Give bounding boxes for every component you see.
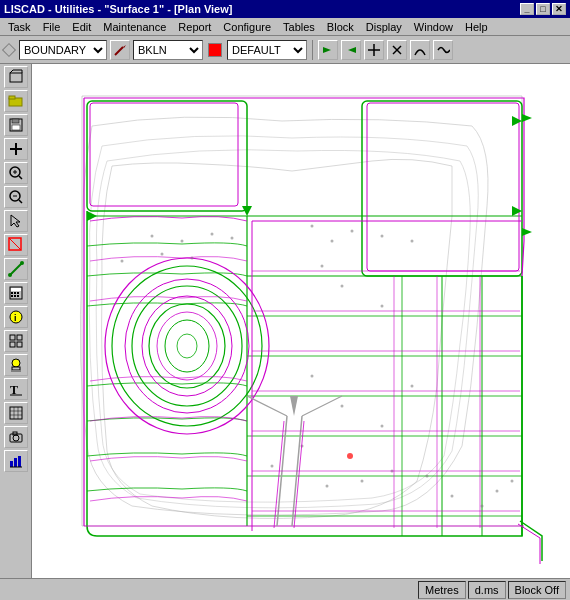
save-button[interactable] <box>4 114 28 136</box>
svg-point-43 <box>12 359 20 367</box>
menu-report[interactable]: Report <box>172 20 217 34</box>
svg-point-54 <box>13 435 19 441</box>
svg-rect-32 <box>14 292 16 294</box>
stamp-icon <box>8 357 24 373</box>
svg-point-96 <box>411 385 414 388</box>
select-button[interactable] <box>4 210 28 232</box>
info-icon: i <box>8 309 24 325</box>
line-icon <box>8 261 24 277</box>
main-content: i T <box>0 64 570 578</box>
open-button[interactable] <box>4 90 28 112</box>
text-button[interactable]: T <box>4 378 28 400</box>
new-icon <box>8 69 24 85</box>
status-dms: d.ms <box>468 581 506 599</box>
minimize-button[interactable]: _ <box>520 3 534 15</box>
pattern-button[interactable] <box>4 402 28 424</box>
bkln-dropdown[interactable]: BKLN <box>133 40 203 60</box>
svg-rect-41 <box>10 342 15 347</box>
svg-point-78 <box>151 235 154 238</box>
tool-button-6[interactable] <box>433 40 453 60</box>
tool-button-5[interactable] <box>410 40 430 60</box>
status-metres: Metres <box>418 581 466 599</box>
svg-line-25 <box>9 238 21 250</box>
title-bar: LISCAD - Utilities - "Surface 1" - [Plan… <box>0 0 570 18</box>
zoom-in-icon <box>8 165 24 181</box>
svg-point-90 <box>321 265 324 268</box>
svg-point-92 <box>381 305 384 308</box>
line-button[interactable] <box>4 258 28 280</box>
zoom-in-button[interactable] <box>4 162 28 184</box>
menu-display[interactable]: Display <box>360 20 408 34</box>
chart-button[interactable] <box>4 450 28 472</box>
svg-point-108 <box>347 453 353 459</box>
camera-icon <box>8 429 24 445</box>
move-icon <box>367 43 381 57</box>
wave-icon <box>436 43 450 57</box>
grid-icon <box>8 333 24 349</box>
title-text: LISCAD - Utilities - "Surface 1" - [Plan… <box>4 3 232 15</box>
menu-help[interactable]: Help <box>459 20 494 34</box>
menu-bar: Task File Edit Maintenance Report Config… <box>0 18 570 36</box>
add-button[interactable] <box>4 138 28 160</box>
stamp-button[interactable] <box>4 354 28 376</box>
new-button[interactable] <box>4 66 28 88</box>
calculator-button[interactable] <box>4 282 28 304</box>
arrow-left-icon <box>344 43 358 57</box>
svg-rect-40 <box>17 335 22 340</box>
menu-maintenance[interactable]: Maintenance <box>97 20 172 34</box>
camera-button[interactable] <box>4 426 28 448</box>
svg-point-83 <box>161 253 164 256</box>
scissors-button[interactable] <box>387 40 407 60</box>
menu-file[interactable]: File <box>37 20 67 34</box>
open-icon <box>8 93 24 109</box>
svg-rect-13 <box>12 119 19 123</box>
svg-point-93 <box>311 375 314 378</box>
status-block-off: Block Off <box>508 581 566 599</box>
svg-rect-12 <box>12 125 20 130</box>
grid-button[interactable] <box>4 330 28 352</box>
svg-point-28 <box>20 261 24 265</box>
menu-edit[interactable]: Edit <box>66 20 97 34</box>
menu-configure[interactable]: Configure <box>217 20 277 34</box>
svg-marker-23 <box>11 215 20 227</box>
title-controls: _ □ ✕ <box>520 3 566 15</box>
svg-point-102 <box>426 475 429 478</box>
default-dropdown[interactable]: DEFAULT <box>227 40 307 60</box>
menu-task[interactable]: Task <box>2 20 37 34</box>
maximize-button[interactable]: □ <box>536 3 550 15</box>
menu-block[interactable]: Block <box>321 20 360 34</box>
svg-text:i: i <box>14 313 17 323</box>
pen-tool-button[interactable] <box>110 40 130 60</box>
text-icon: T <box>8 381 24 397</box>
svg-rect-30 <box>11 288 21 291</box>
svg-rect-34 <box>11 295 13 297</box>
svg-point-100 <box>361 480 364 483</box>
boundary-dropdown[interactable]: BOUNDARY <box>19 40 107 60</box>
drawing-area[interactable] <box>32 64 570 578</box>
arrow-left-button[interactable] <box>341 40 361 60</box>
menu-window[interactable]: Window <box>408 20 459 34</box>
arrow-right-button[interactable] <box>318 40 338 60</box>
zoom-out-icon <box>8 189 24 205</box>
svg-point-95 <box>381 425 384 428</box>
left-sidebar: i T <box>0 64 32 578</box>
svg-marker-3 <box>348 47 356 53</box>
svg-point-94 <box>341 405 344 408</box>
toolbar-diamond-icon <box>2 42 16 56</box>
svg-point-106 <box>511 480 514 483</box>
close-button[interactable]: ✕ <box>552 3 566 15</box>
menu-tables[interactable]: Tables <box>277 20 321 34</box>
svg-point-79 <box>181 240 184 243</box>
svg-point-105 <box>496 490 499 493</box>
move-button[interactable] <box>364 40 384 60</box>
svg-rect-10 <box>9 96 15 99</box>
svg-rect-60 <box>32 66 570 576</box>
color-indicator <box>208 43 222 57</box>
pencil-button[interactable] <box>4 234 28 256</box>
chart-icon <box>8 453 24 469</box>
svg-line-21 <box>19 200 22 203</box>
add-icon <box>8 141 24 157</box>
svg-rect-8 <box>10 73 22 82</box>
zoom-out-button[interactable] <box>4 186 28 208</box>
info-button[interactable]: i <box>4 306 28 328</box>
